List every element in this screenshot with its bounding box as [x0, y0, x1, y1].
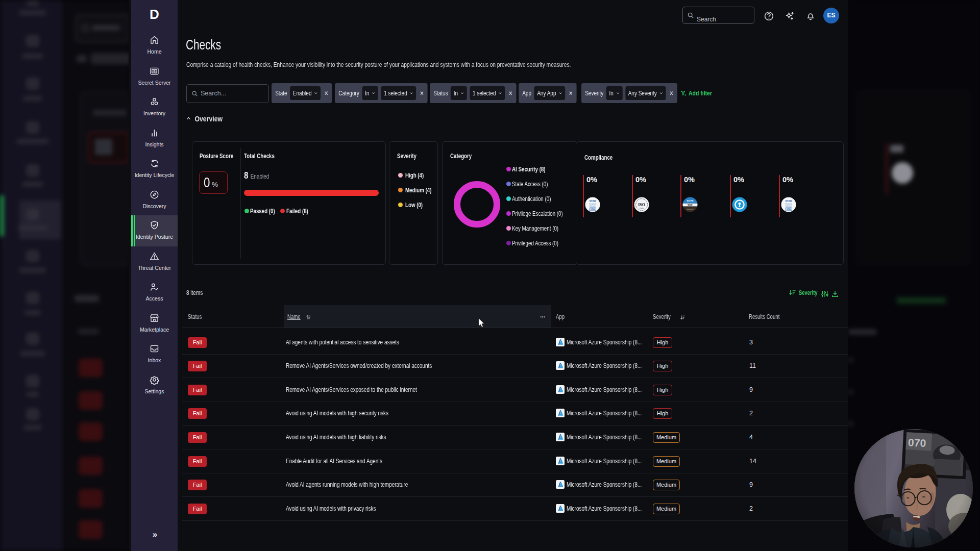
- svg-text:STAR: STAR: [785, 199, 792, 203]
- svg-text:Solution: Solution: [590, 205, 596, 207]
- svg-text:AICPA: AICPA: [687, 199, 694, 202]
- svg-text:SOC: SOC: [688, 204, 693, 207]
- svg-text:STAR: STAR: [589, 199, 596, 203]
- svg-text:ISO: ISO: [638, 203, 645, 207]
- svg-text:27001: 27001: [639, 208, 644, 210]
- svg-text:CSA: CSA: [787, 208, 791, 210]
- svg-text:Solution: Solution: [786, 205, 792, 207]
- svg-text:aicpa.org: aicpa.org: [687, 208, 693, 210]
- svg-text:CSA: CSA: [591, 208, 595, 210]
